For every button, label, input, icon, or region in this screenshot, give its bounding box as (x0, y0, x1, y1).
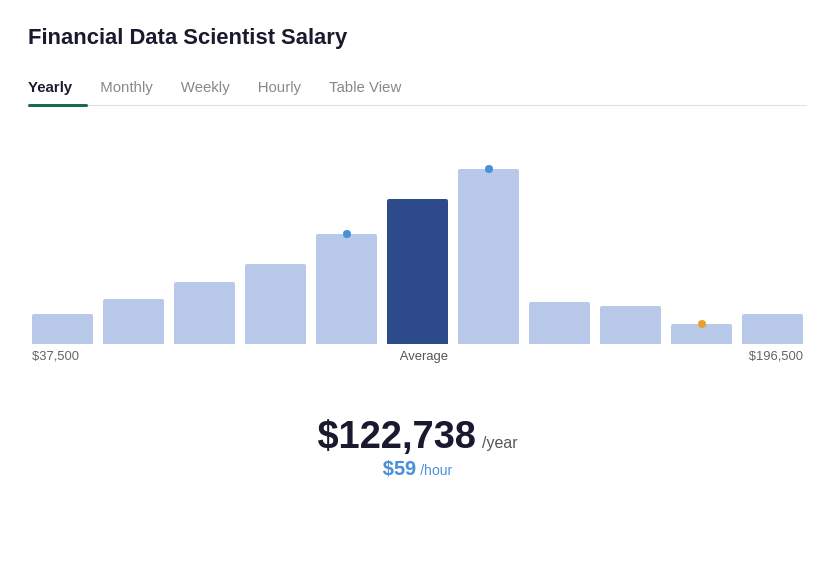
range-min-label: $37,500 (32, 348, 79, 363)
dot-9 (698, 320, 706, 328)
bar-10 (742, 314, 803, 344)
tab-monthly[interactable]: Monthly (100, 70, 169, 105)
salary-main-container: $122,738 /year (28, 414, 807, 457)
salary-display: $122,738 /year $59 /hour (28, 414, 807, 480)
tab-table-view[interactable]: Table View (329, 70, 417, 105)
bar-wrapper-9 (671, 324, 732, 344)
tab-hourly[interactable]: Hourly (258, 70, 317, 105)
average-below-label: Average (400, 348, 448, 363)
bars-container (28, 124, 807, 344)
bar-wrapper-0 (32, 314, 93, 344)
bar-7 (529, 302, 590, 344)
bar-wrapper-1 (103, 299, 164, 344)
bar-8 (600, 306, 661, 344)
bar-3 (245, 264, 306, 344)
bar-wrapper-10 (742, 314, 803, 344)
tab-weekly[interactable]: Weekly (181, 70, 246, 105)
bar-wrapper-4 (316, 234, 377, 344)
tabs-container: Yearly Monthly Weekly Hourly Table View (28, 70, 807, 106)
bar-2 (174, 282, 235, 344)
dot-6 (485, 165, 493, 173)
bar-wrapper-5 (387, 199, 448, 344)
page-title: Financial Data Scientist Salary (28, 24, 807, 50)
bar-wrapper-6 (458, 169, 519, 344)
tab-yearly[interactable]: Yearly (28, 70, 88, 105)
salary-hourly-value: $59 (383, 457, 416, 480)
salary-per-hour: /hour (420, 462, 452, 478)
bar-1 (103, 299, 164, 344)
bar-9 (671, 324, 732, 344)
bar-5 (387, 199, 448, 344)
bar-wrapper-3 (245, 264, 306, 344)
bar-wrapper-7 (529, 302, 590, 344)
dot-4 (343, 230, 351, 238)
bar-wrapper-8 (600, 306, 661, 344)
salary-per-year: /year (482, 434, 518, 452)
bar-0 (32, 314, 93, 344)
salary-main-value: $122,738 (317, 414, 476, 457)
bar-6 (458, 169, 519, 344)
chart-area: $37,500 Average $196,500 (28, 124, 807, 404)
bar-4 (316, 234, 377, 344)
range-max-label: $196,500 (749, 348, 803, 363)
chart-bottom: $37,500 Average $196,500 (28, 348, 807, 363)
bar-wrapper-2 (174, 282, 235, 344)
salary-hourly-container: $59 /hour (28, 457, 807, 480)
